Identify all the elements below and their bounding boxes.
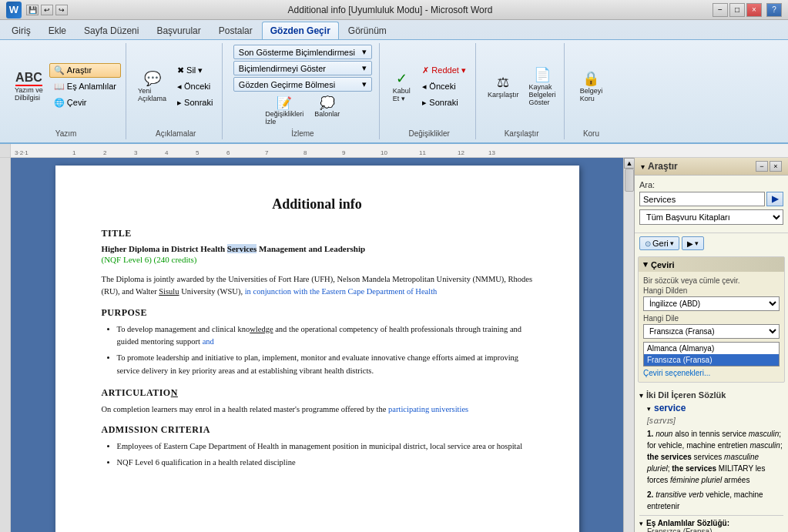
ceviri-header[interactable]: ▾ Çeviri xyxy=(639,257,784,272)
es-anlamlılar-btn[interactable]: 📖 Eş Anlamlılar xyxy=(49,79,121,94)
gozden-dropdown[interactable]: Gözden Geçirme Bölmesi▾ xyxy=(233,77,372,92)
yazim-group-label: Yazım xyxy=(55,129,77,138)
ribbon-group-koru: 🔒 BelgeyiKoru Koru xyxy=(568,43,614,139)
lang-list[interactable]: Almanca (Almanya) Fransızca (Fransa) xyxy=(643,342,780,366)
admission-item-2: NQF Level 6 qualification in a health re… xyxy=(117,457,533,470)
restore-button[interactable]: □ xyxy=(729,3,745,17)
window-title: Additional info [Uyumluluk Modu] - Micro… xyxy=(68,5,713,15)
next2-icon: ▸ xyxy=(422,98,427,108)
section-title-heading: TITLE xyxy=(102,228,533,239)
delete-icon: ✖ xyxy=(177,65,184,75)
fwd-dropdown: ▾ xyxy=(695,239,699,247)
ribbon-group-yazim: ABC Yazım veDilbilgisi 🔍 Araştır 📖 Eş An… xyxy=(6,43,126,139)
main-area: Additional info TITLE Higher Diploma in … xyxy=(0,158,788,532)
protect-icon: 🔒 xyxy=(582,70,599,87)
reference-select[interactable]: Tüm Başvuru Kitapları xyxy=(639,209,783,225)
tab-gozden-gecir[interactable]: Gözden Geçir xyxy=(262,22,339,39)
scroll-up-btn[interactable]: ▲ xyxy=(624,158,635,169)
bicim-dropdown[interactable]: Biçimlendirmeyi Göster▾ xyxy=(233,61,372,75)
source-icon: 📄 xyxy=(534,66,551,83)
tab-giris[interactable]: Giriş xyxy=(3,22,39,39)
tab-gorunum[interactable]: Görünüm xyxy=(340,22,395,39)
ruler-main: 3·2·1 1 2 3 4 5 6 7 8 9 10 11 12 13 xyxy=(11,144,788,157)
sil-btn[interactable]: ✖ Sil ▾ xyxy=(173,63,217,78)
ceviri-desc: Bir sözcük veya cümle çevir. xyxy=(643,276,780,285)
forward-button[interactable]: ▶ ▾ xyxy=(682,236,704,250)
dict-word: service xyxy=(654,403,686,413)
side-panel-header: ▾ Araştır − × xyxy=(635,158,788,176)
sonraki-btn[interactable]: ▸ Sonraki xyxy=(173,95,217,110)
redo-icon[interactable]: ↪ xyxy=(55,5,68,15)
close-button[interactable]: × xyxy=(746,3,762,17)
degisiklikleri-izle-btn[interactable]: 📝 Değişiklikleriİzle xyxy=(261,93,307,128)
document-scroll[interactable]: Additional info TITLE Higher Diploma in … xyxy=(11,158,623,532)
ceviri-body: Bir sözcük veya cümle çevir. Hangi Dilde… xyxy=(639,272,784,382)
sisulu-link: Sisulu xyxy=(159,287,179,296)
ribbon-group-izleme: Son Gösterme Biçimlendirmesi▾ Biçimlendi… xyxy=(226,43,380,139)
belgeyi-koru-btn[interactable]: 🔒 BelgeyiKoru xyxy=(576,68,607,105)
almanca-option[interactable]: Almanca (Almanya) xyxy=(644,343,779,354)
son-gosterme-dropdown[interactable]: Son Gösterme Biçimlendirmesi▾ xyxy=(233,45,372,59)
dict-section-label: İki Dil İçeren Sözlük xyxy=(646,390,726,400)
services-highlight: Services xyxy=(227,244,257,253)
search-small-icon: 🔍 xyxy=(54,65,65,75)
cevir-btn[interactable]: 🌐 Çevir xyxy=(49,95,121,110)
doc-title: Additional info xyxy=(102,196,533,212)
dict-pronunciation: [sɑːrvɪs] xyxy=(647,417,783,425)
balonlar-btn[interactable]: 💭 Balonlar xyxy=(310,93,344,128)
ceviri-title: Çeviri xyxy=(651,260,675,269)
fransizca-option[interactable]: Fransızca (Fransa) xyxy=(644,354,779,366)
arastir-btn[interactable]: 🔍 Araştır xyxy=(49,63,121,78)
dilden-select[interactable]: İngilizce (ABD) xyxy=(643,296,780,311)
tab-basvurular[interactable]: Başvurular xyxy=(148,22,209,39)
ribbon: Giriş Ekle Sayfa Düzeni Başvurular Posta… xyxy=(0,20,788,144)
blue-text-1: in conjunction with the Eastern Cape Dep… xyxy=(245,287,438,296)
kabul-et-btn[interactable]: ✓ KabulEt ▾ xyxy=(387,68,415,105)
panel-minimize-btn[interactable]: − xyxy=(756,161,768,172)
search-input[interactable] xyxy=(639,192,765,206)
scroll-thumb[interactable] xyxy=(625,169,634,192)
tab-postalar[interactable]: Postalar xyxy=(210,22,261,39)
word-icon: W xyxy=(6,2,22,18)
ruler: 3·2·1 1 2 3 4 5 6 7 8 9 10 11 12 13 xyxy=(0,144,788,158)
es-section-value: Fransızca (Fransa) xyxy=(647,527,783,532)
panel-close-btn[interactable]: × xyxy=(770,161,782,172)
dict-section: ▾ İki Dil İçeren Sözlük ▾ service [sɑːrv… xyxy=(635,386,788,532)
side-panel: ▾ Araştır − × Ara: ▶ Tüm Başvuru Kitapla… xyxy=(634,158,788,532)
ribbon-group-degisiklikler: ✓ KabulEt ▾ ✗ Reddet ▾ ◂ Önceki ▸ Sonrak… xyxy=(383,43,476,139)
ara-input-row: ▶ xyxy=(639,192,783,206)
ceviri-secenekleri-btn[interactable]: Çeviri seçenekleri... xyxy=(643,369,780,377)
abc-icon: ABC xyxy=(15,71,42,86)
ara-section: Ara: ▶ Tüm Başvuru Kitapları xyxy=(635,176,788,233)
reddet-btn[interactable]: ✗ Reddet ▾ xyxy=(417,63,471,78)
ribbon-group-aciklamalar: 💬 YeniAçıklama ✖ Sil ▾ ◂ Önceki ▸ Sonrak… xyxy=(129,43,223,139)
articulation-para: On completion learners may enrol in a he… xyxy=(102,403,533,416)
onceki-btn[interactable]: ◂ Önceki xyxy=(173,79,217,94)
undo-icon[interactable]: ↩ xyxy=(41,5,53,15)
geri-dropdown-icon: ▾ xyxy=(670,239,674,247)
karsilastir-btn[interactable]: ⚖ Karşılaştır xyxy=(484,72,523,101)
sonraki2-btn[interactable]: ▸ Sonraki xyxy=(417,95,471,110)
save-icon[interactable]: 💾 xyxy=(26,5,39,15)
tab-sayfa-duzeni[interactable]: Sayfa Düzeni xyxy=(75,22,147,39)
es-section-label: Eş Anlamlılar Sözlüğü: xyxy=(646,519,729,527)
reject-icon: ✗ xyxy=(422,65,429,75)
hangi-dile-label: Hangi Dile xyxy=(643,314,780,323)
geri-row: ⊙ Geri ▾ ▶ ▾ xyxy=(635,233,788,253)
doc-scrollbar[interactable]: ▲ ▼ xyxy=(623,158,634,532)
admission-item-1: Employees of Eastern Cape Department of … xyxy=(117,440,533,453)
dict-word-expand: ▾ xyxy=(647,405,651,413)
kaynak-btn[interactable]: 📄 KaynakBelgeleriGöster xyxy=(525,64,559,109)
yeni-aciklama-btn[interactable]: 💬 YeniAçıklama xyxy=(134,68,170,105)
dict-entry-1: 1. noun also in tennis service masculin;… xyxy=(647,428,783,486)
yazim-btn[interactable]: ABC Yazım veDilbilgisi xyxy=(11,69,47,104)
tab-ekle[interactable]: Ekle xyxy=(40,22,75,39)
help-button[interactable]: ? xyxy=(766,3,782,17)
izleme-group-label: İzleme xyxy=(291,129,314,138)
geri-button[interactable]: ⊙ Geri ▾ xyxy=(639,236,679,250)
karsilastir-group-label: Karşılaştır xyxy=(505,129,539,138)
minimize-button[interactable]: − xyxy=(713,3,728,17)
dile-select[interactable]: Fransızca (Fransa) xyxy=(643,324,780,339)
search-button[interactable]: ▶ xyxy=(766,192,783,206)
onceki2-btn[interactable]: ◂ Önceki xyxy=(417,79,471,94)
